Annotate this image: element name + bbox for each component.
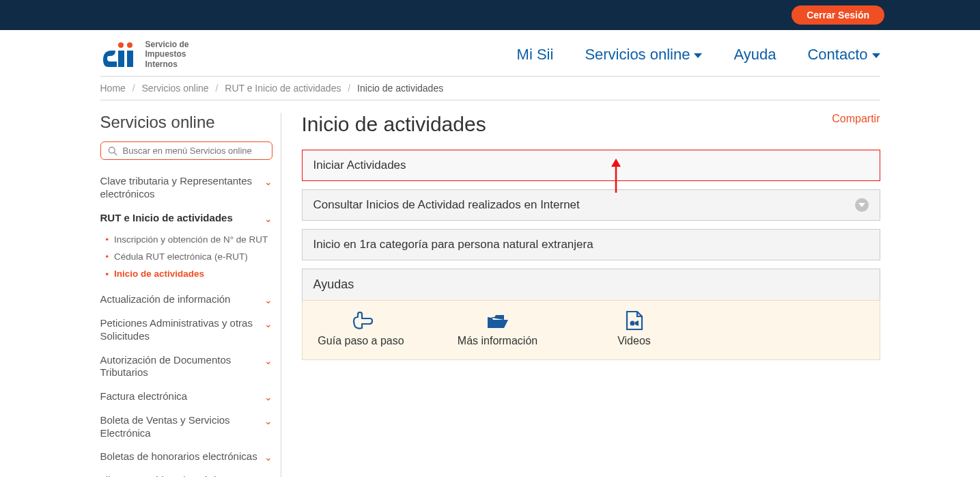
nav-contacto[interactable]: Contacto [807, 46, 880, 64]
sidebar-subitem-inicio[interactable]: Inicio de actividades [106, 265, 272, 282]
chevron-down-icon: ⌄ [264, 355, 272, 366]
svg-point-8 [630, 321, 634, 326]
nav-misii[interactable]: Mi Sii [517, 46, 554, 64]
panel-label: Consultar Inicios de Actividad realizado… [313, 198, 580, 212]
panel-consultar-inicios[interactable]: Consultar Inicios de Actividad realizado… [302, 189, 880, 221]
chevron-down-icon [855, 198, 869, 212]
crumb-servicios[interactable]: Servicios online [142, 83, 209, 94]
sidebar-item-clave[interactable]: Clave tributaria y Representantes electr… [100, 169, 272, 206]
chevron-down-icon [694, 53, 702, 58]
chevron-down-icon: ⌄ [264, 213, 272, 224]
svg-point-1 [127, 42, 132, 48]
sidebar-subitem-inscripcion[interactable]: Inscripción y obtención de N° de RUT [106, 231, 272, 248]
sidebar: Servicios online Clave tributaria y Repr… [100, 113, 281, 477]
chevron-down-icon: ⌄ [264, 295, 272, 305]
ayuda-label: Videos [617, 335, 651, 347]
ayuda-label: Guía paso a paso [318, 335, 404, 347]
sidebar-item-peticiones[interactable]: Peticiones Administrativas y otras Solic… [100, 312, 272, 349]
search-icon [108, 146, 117, 156]
search-input[interactable] [123, 146, 265, 156]
page-title: Inicio de actividades [302, 113, 880, 136]
sidebar-subitems-rut: Inscripción y obtención de N° de RUT Céd… [100, 230, 272, 288]
ayuda-videos[interactable]: Videos [587, 310, 682, 347]
sidebar-item-factura[interactable]: Factura electrónica ⌄ [100, 385, 272, 409]
ayudas-header: Ayudas [302, 269, 880, 300]
nav-servicios-online[interactable]: Servicios online [585, 46, 702, 64]
header: Servicio de Impuestos Internos Mi Sii Se… [100, 30, 880, 76]
annotation-arrow-icon [610, 159, 622, 193]
logout-button[interactable]: Cerrar Sesión [792, 5, 884, 25]
video-file-icon [625, 310, 644, 331]
svg-point-0 [118, 42, 124, 48]
ayudas-body: Guía paso a paso Más información Vi [302, 300, 880, 360]
svg-marker-7 [611, 159, 621, 167]
ayuda-mas-informacion[interactable]: Más información [450, 313, 546, 347]
svg-line-5 [114, 152, 117, 155]
svg-rect-3 [127, 51, 133, 67]
ayuda-label: Más información [458, 335, 537, 347]
hand-pointer-icon [350, 312, 373, 331]
crumb-rut[interactable]: RUT e Inicio de actividades [225, 83, 341, 94]
sidebar-item-actualizacion[interactable]: Actualización de información ⌄ [100, 288, 272, 312]
share-link[interactable]: Compartir [832, 113, 880, 125]
search-box[interactable] [100, 141, 272, 160]
chevron-down-icon: ⌄ [264, 452, 272, 463]
sidebar-item-autorizacion[interactable]: Autorización de Documentos Tributarios ⌄ [100, 349, 272, 385]
sidebar-item-rut[interactable]: RUT e Inicio de actividades ⌄ [100, 206, 272, 230]
chevron-down-icon: ⌄ [264, 415, 272, 426]
chevron-down-icon: ⌄ [264, 392, 272, 403]
panel-label: Iniciar Actividades [313, 159, 406, 172]
panel-inicio-extranjera[interactable]: Inicio en 1ra categoría para persona nat… [302, 229, 880, 260]
chevron-down-icon: ⌄ [264, 176, 272, 187]
panel-iniciar-actividades[interactable]: Iniciar Actividades [302, 150, 880, 181]
sidebar-item-libros[interactable]: Libros contables electrónicos ⌄ [100, 469, 272, 477]
svg-rect-2 [118, 51, 124, 67]
logo-text: Servicio de Impuestos Internos [145, 40, 189, 69]
svg-point-4 [109, 147, 115, 153]
crumb-current: Inicio de actividades [357, 83, 443, 94]
sidebar-item-boleta-ventas[interactable]: Boleta de Ventas y Servicios Electrónica… [100, 409, 272, 446]
logo[interactable]: Servicio de Impuestos Internos [100, 40, 189, 69]
sidebar-item-boletas-honorarios[interactable]: Boletas de honorarios electrónicas ⌄ [100, 445, 272, 469]
breadcrumb: Home / Servicios online / RUT e Inicio d… [100, 76, 880, 100]
nav-ayuda[interactable]: Ayuda [733, 46, 776, 64]
ayuda-guia[interactable]: Guía paso a paso [313, 312, 409, 347]
sidebar-title: Servicios online [100, 113, 272, 132]
content: Compartir Inicio de actividades Iniciar … [302, 113, 880, 477]
sidebar-subitem-cedula[interactable]: Cédula RUT electrónica (e-RUT) [106, 248, 272, 265]
main-nav: Mi Sii Servicios online Ayuda Contacto [517, 46, 880, 64]
topbar: Cerrar Sesión [0, 0, 980, 30]
chevron-down-icon: ⌄ [264, 318, 272, 329]
chevron-down-icon [872, 53, 880, 58]
crumb-home[interactable]: Home [100, 83, 126, 94]
panel-label: Inicio en 1ra categoría para persona nat… [313, 238, 593, 251]
folder-open-icon [486, 313, 509, 331]
sii-logo-icon [100, 41, 139, 68]
